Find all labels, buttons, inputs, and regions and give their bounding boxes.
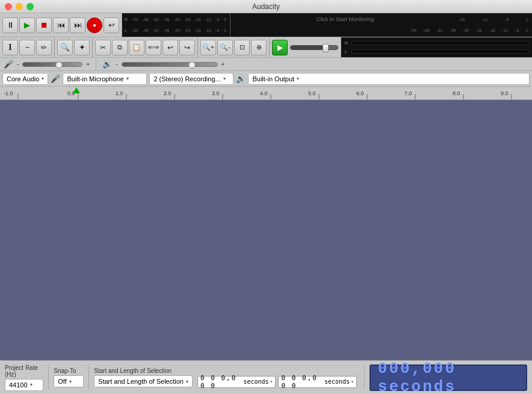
svg-text:8.0: 8.0: [453, 90, 460, 96]
audio-host-select[interactable]: Core Audio ▾: [2, 73, 48, 85]
mic-level-minus[interactable]: -: [17, 61, 19, 67]
play-at-speed-button[interactable]: ▶: [272, 40, 288, 55]
maximize-button[interactable]: [26, 3, 34, 10]
toolbar-row1: ⏸ ▶ ⏹ ⏮ ⏭ ● ↩ R -54 -48 -42 -36: [0, 13, 532, 37]
output-device-select[interactable]: Built-in Output ▾: [248, 73, 530, 85]
mic-level-slider[interactable]: [22, 62, 82, 67]
paste-button[interactable]: 📋: [129, 40, 144, 55]
svg-text:3.0: 3.0: [212, 90, 220, 96]
transport-section: ⏸ ▶ ⏹ ⏮ ⏭ ● ↩: [0, 13, 122, 37]
record-vu-panel: R -54 -48 -42 -36 -30 -24 -18 -12 -6 0: [122, 13, 230, 37]
vu-row2-panel: R L: [341, 37, 532, 57]
stop-button[interactable]: ⏹: [36, 17, 52, 33]
large-time-display: 000,000 seconds ▾: [370, 364, 527, 391]
playback-vu-panel[interactable]: Click to Start Monitoring -18 -12 -6 0 -…: [230, 13, 532, 37]
device-row: Core Audio ▾ 🎤 Built-in Microphone ▾ 2 (…: [0, 71, 532, 87]
svg-text:4.0: 4.0: [260, 90, 268, 96]
snap-to-select[interactable]: Off ▾: [54, 375, 84, 387]
playback-speed-slider[interactable]: [290, 45, 338, 50]
undo-button[interactable]: ↩: [162, 40, 178, 55]
title-bar: Audacity: [0, 0, 532, 13]
time-start-field[interactable]: 0 0 0,0 0 0 seconds ▾: [197, 376, 276, 388]
trim-button[interactable]: ⇐⇒: [146, 40, 161, 55]
input-device-select[interactable]: Built-in Microphone ▾: [63, 73, 147, 85]
zoom-sel-button[interactable]: ⊕: [251, 40, 267, 55]
timeline-ruler: -1.0 0.0 1.0 2.0 3.0 4.0 5.0 6.0 7.0 8.0…: [0, 87, 532, 100]
cut-button[interactable]: ✂: [95, 40, 111, 55]
selection-label: Start and Length of Selection: [94, 367, 193, 374]
close-button[interactable]: [5, 3, 12, 10]
speaker-level-slider[interactable]: [122, 62, 218, 67]
mic-level-icon: 🎤: [4, 60, 13, 69]
zoom-tool-button[interactable]: 🔍: [57, 40, 73, 55]
mic-icon: 🎤: [51, 74, 60, 83]
svg-text:2.0: 2.0: [164, 90, 172, 96]
mic-level-plus[interactable]: +: [86, 61, 90, 67]
zoom-buttons-section: 🔍+ 🔍- ⊡ ⊕: [198, 37, 270, 57]
svg-text:9.0: 9.0: [501, 90, 509, 96]
selection-tool-button[interactable]: I: [2, 40, 18, 55]
speaker-level-plus[interactable]: +: [221, 61, 225, 67]
tools-section: I ∼ ✏: [0, 37, 55, 57]
edit-tools-section: ✂ ⧉ 📋 ⇐⇒ ↩ ↪: [93, 37, 198, 57]
record-button[interactable]: ●: [87, 17, 102, 33]
zoom-tools-section: 🔍 ✦: [55, 37, 93, 57]
click-to-monitor: Click to Start Monitoring: [233, 16, 457, 22]
zoom-fit-button[interactable]: ⊡: [234, 40, 250, 55]
svg-text:1.0: 1.0: [116, 90, 123, 96]
zoom-in-button[interactable]: 🔍+: [200, 40, 216, 55]
snap-to-section: Snap-To Off ▾: [54, 367, 84, 387]
loop-button[interactable]: ↩: [104, 17, 119, 33]
playback-section: ▶: [270, 37, 341, 57]
selection-section: Start and Length of Selection Start and …: [94, 367, 193, 387]
zoom-out-button[interactable]: 🔍-: [217, 40, 233, 55]
svg-text:-1.0: -1.0: [4, 90, 13, 96]
minimize-button[interactable]: [16, 3, 23, 10]
envelope-tool-button[interactable]: ∼: [19, 40, 35, 55]
snap-to-label: Snap-To: [54, 367, 84, 374]
channels-select[interactable]: 2 (Stereo) Recording... ▾: [149, 73, 234, 85]
level-sliders-row: 🎤 - + 🔊 - +: [0, 58, 532, 71]
status-bar: Project Rate (Hz) 44100 ▾ Snap-To Off ▾ …: [0, 360, 532, 394]
svg-text:7.0: 7.0: [404, 90, 412, 96]
pause-button[interactable]: ⏸: [2, 17, 18, 33]
toolbar-row2: I ∼ ✏ 🔍 ✦ ✂ ⧉ 📋 ⇐⇒ ↩ ↪ 🔍+ 🔍-: [0, 37, 532, 58]
project-rate-label: Project Rate (Hz): [5, 364, 43, 378]
speaker-level-icon: 🔊: [102, 60, 112, 69]
selection-mode-select[interactable]: Start and Length of Selection ▾: [94, 375, 193, 387]
copy-button[interactable]: ⧉: [112, 40, 128, 55]
time-length-field[interactable]: 0 0 0,0 0 0 seconds ▾: [278, 376, 356, 388]
skip-fwd-button[interactable]: ⏭: [70, 17, 85, 33]
draw-tool-button[interactable]: ✏: [36, 40, 52, 55]
svg-text:6.0: 6.0: [356, 90, 364, 96]
project-rate-select[interactable]: 44100 ▾: [5, 379, 43, 391]
app-title: Audacity: [252, 2, 280, 11]
redo-button[interactable]: ↪: [179, 40, 195, 55]
play-button[interactable]: ▶: [19, 17, 35, 33]
output-icon: 🔊: [236, 74, 246, 83]
skip-back-button[interactable]: ⏮: [53, 17, 69, 33]
project-rate-section: Project Rate (Hz) 44100 ▾: [5, 364, 43, 391]
speaker-level-minus[interactable]: -: [116, 61, 117, 67]
multi-tool-button[interactable]: ✦: [74, 40, 90, 55]
svg-text:5.0: 5.0: [308, 90, 316, 96]
audio-canvas[interactable]: [0, 100, 532, 360]
toolbar-area: ⏸ ▶ ⏹ ⏮ ⏭ ● ↩ R -54 -48 -42 -36: [0, 13, 532, 87]
